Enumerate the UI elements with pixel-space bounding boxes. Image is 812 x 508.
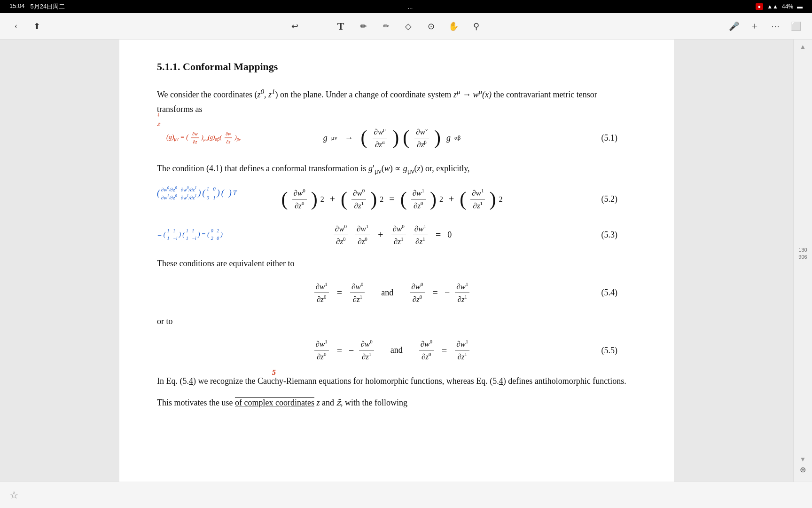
- para2: The condition (4.1) that defines a confo…: [157, 161, 627, 177]
- pages-button[interactable]: ⬜: [789, 20, 803, 33]
- eq-label-5-4: (5.4): [601, 286, 618, 300]
- eq-5-4: ∂w1 ∂z0 = ∂w0 ∂z1 and ∂w0 ∂z0 = −: [157, 278, 627, 307]
- battery-percent: 44%: [782, 3, 793, 10]
- eq-label-5-1: (5.1): [601, 131, 618, 145]
- para3: These conditions are equivalent either t…: [157, 256, 627, 271]
- lasso-tool[interactable]: ⊙: [424, 20, 437, 33]
- eq-5-3: ∂w0 ∂z0 ∂w1 ∂z0 + ∂w0 ∂z1: [157, 221, 627, 249]
- battery-icon: ●: [756, 3, 764, 10]
- status-bar: 15:04 5月24日周二 ... ● ▲▲ 44% ▬: [0, 0, 812, 13]
- document-area: 5.1.1. Conformal Mappings We consider th…: [0, 40, 793, 482]
- eq-5-2: ( ∂w0 ∂z0 ) 2 + ( ∂w0 ∂z1 ): [157, 185, 627, 213]
- undo-button[interactable]: ↩: [288, 20, 301, 33]
- text-tool[interactable]: T: [334, 20, 347, 33]
- eq-5-4-content: ∂w1 ∂z0 = ∂w0 ∂z1 and ∂w0 ∂z0 = −: [313, 281, 471, 304]
- toolbar-center: ↩ T ✏ ✏ ◇ ⊙ ✋ ⚲: [53, 20, 718, 33]
- toolbar-right: 🎤 + ⋯ ⬜: [727, 20, 803, 33]
- mic-button[interactable]: 🎤: [727, 20, 741, 33]
- page-number: 130 906: [798, 246, 807, 260]
- more-button[interactable]: ⋯: [769, 20, 782, 33]
- para1: We consider the coordinates (z0, z1) on …: [157, 86, 627, 116]
- toolbar-left: ‹ ⬆: [9, 20, 43, 33]
- signal-icon: ▲▲: [767, 3, 778, 10]
- main-wrapper: 5.1.1. Conformal Mappings We consider th…: [0, 40, 812, 482]
- para5: This motivates the use of complex coordi…: [157, 396, 627, 410]
- back-button[interactable]: ‹: [9, 20, 23, 33]
- eq-5-2-content: ( ∂w0 ∂z0 ) 2 + ( ∂w0 ∂z1 ): [281, 188, 503, 211]
- status-right: ● ▲▲ 44% ▬: [756, 3, 803, 10]
- date: 5月24日周二: [31, 2, 65, 11]
- status-center-dots: ...: [407, 3, 413, 10]
- eq-label-5-5: (5.5): [601, 343, 618, 357]
- para4: In Eq. (5.4) we recognize the Cauchy-Rie…: [157, 374, 627, 389]
- bookmark-icon[interactable]: ☆: [9, 489, 19, 501]
- section-title: 5.1.1. Conformal Mappings: [157, 58, 627, 75]
- zoom-button[interactable]: ⊕: [800, 465, 806, 474]
- toolbar: ‹ ⬆ ↩ T ✏ ✏ ◇ ⊙ ✋ ⚲ 🎤 + ⋯ ⬜: [0, 13, 812, 40]
- scroll-down-arrow[interactable]: ▼: [800, 456, 806, 463]
- pencil-tool[interactable]: ✏: [357, 20, 370, 33]
- hand-tool[interactable]: ✋: [447, 20, 460, 33]
- eq-5-3-content: ∂w0 ∂z0 ∂w1 ∂z0 + ∂w0 ∂z1: [332, 223, 452, 246]
- add-button[interactable]: +: [748, 20, 761, 33]
- eq-5-1-content: gμν → ( ∂wμ ∂zα ) ( ∂wν ∂zβ ): [323, 127, 461, 150]
- bottom-bar: ☆: [0, 482, 812, 508]
- eq-5-5: ∂w1 ∂z0 = − ∂w0 ∂z1 and ∂w0 ∂z0 =: [157, 336, 627, 365]
- eq-label-5-3: (5.3): [601, 228, 618, 242]
- battery-bar: ▬: [797, 3, 803, 10]
- page-content: 5.1.1. Conformal Mappings We consider th…: [119, 40, 674, 482]
- time: 15:04: [9, 2, 25, 11]
- status-left: 15:04 5月24日周二: [9, 2, 65, 11]
- scroll-up-arrow[interactable]: ▲: [800, 43, 806, 51]
- right-sidebar: ▲ 130 906 ▼ ⊕: [793, 40, 812, 482]
- eq-5-5-content: ∂w1 ∂z0 = − ∂w0 ∂z1 and ∂w0 ∂z0 =: [313, 339, 471, 362]
- eq-5-1: (g)μν = ( ∂w ∂z )μα(g)αβ( ∂w ∂z: [157, 124, 627, 152]
- share-button[interactable]: ⬆: [30, 20, 43, 33]
- eq-label-5-2: (5.2): [601, 192, 618, 206]
- link-tool[interactable]: ⚲: [469, 20, 483, 33]
- marker-tool[interactable]: ✏: [379, 20, 392, 33]
- red-5-annotation: 5: [272, 366, 276, 379]
- or-to: or to: [157, 314, 627, 329]
- eraser-tool[interactable]: ◇: [402, 20, 415, 33]
- handwritten-lhs: (g)μν = ( ∂w ∂z )μα(g)αβ( ∂w ∂z: [166, 130, 241, 146]
